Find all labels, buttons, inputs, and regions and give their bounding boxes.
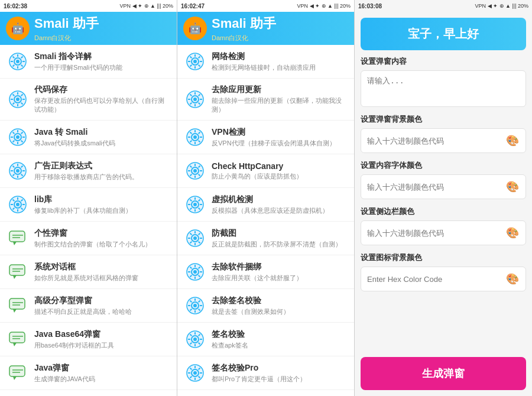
settings-section-title: 设置内容字体颜色 — [361, 160, 526, 171]
settings-section: 设置侧边栏颜色 🎨 — [361, 206, 526, 245]
menu-title: Java弹窗 — [34, 363, 95, 374]
svg-point-59 — [193, 270, 197, 274]
menu-icon — [7, 51, 28, 72]
palette-icon[interactable]: 🎨 — [505, 272, 520, 286]
menu-title: 虚拟机检测 — [212, 194, 329, 205]
menu-item[interactable]: Check HttpCanary 防止小黄鸟的（应该是防抓包） — [177, 154, 354, 188]
svg-point-50 — [193, 169, 197, 173]
menu-desc: 能去除掉一些应用的更新（仅翻译，功能我没测） — [212, 96, 347, 114]
color-input[interactable] — [367, 275, 502, 284]
menu-text: 去除应用更新 能去除掉一些应用的更新（仅翻译，功能我没测） — [212, 85, 347, 114]
menu-text: 高级分享型弹窗 描述不明白反正就是高级，哈哈哈 — [34, 296, 132, 316]
svg-rect-31 — [9, 366, 25, 376]
color-input-row: 🎨 — [361, 267, 526, 291]
menu-item[interactable]: 去除软件捆绑 去除应用关联（这个就舒服了） — [177, 255, 354, 289]
menu-item[interactable]: VPN检测 反VPN代理（挂梯子应该会闭退具体自测） — [177, 121, 354, 154]
menu-title: 系统对话框 — [34, 262, 138, 272]
menu-text: 去除软件捆绑 去除应用关联（这个就舒服了） — [212, 262, 303, 283]
time-1: 16:02:38 — [4, 3, 27, 9]
app-header-1: 🤖 Smali 助手 Damn白汉化 — [0, 12, 177, 45]
status-bar-2: 16:02:47 VPN ◀ ✦ ⊕ ▲ ||| 20% — [177, 0, 354, 12]
menu-desc: 描述不明白反正就是高级，哈哈哈 — [34, 307, 132, 316]
menu-item[interactable]: lib库 修复lib库的补丁（具体功能自测） — [0, 188, 177, 222]
avatar-2: 🤖 — [183, 17, 207, 40]
menu-icon — [184, 329, 206, 350]
palette-icon[interactable]: 🎨 — [505, 180, 520, 194]
svg-rect-19 — [9, 265, 25, 275]
settings-section: 设置弹窗背景颜色 🎨 — [361, 114, 526, 153]
svg-marker-16 — [13, 242, 17, 245]
menu-text: 防截图 反正就是防截图，防不防录屏不清楚（自测） — [212, 228, 342, 249]
svg-marker-32 — [13, 376, 17, 380]
menu-item[interactable]: 代码保存 保存更改后的代码也可以分享给别人（自行测试功能） — [0, 79, 177, 121]
menu-item[interactable]: 广告正则表达式 用于移除谷歌播放商店广告的代码。 — [0, 154, 177, 188]
menu-item[interactable]: Smali Base64弹窗 生成弹窗base64的Smali代码 — [0, 390, 177, 396]
menu-item[interactable]: 去除应用更新 能去除掉一些应用的更新（仅翻译，功能我没测） — [177, 79, 354, 121]
color-input-row: 🎨 — [361, 174, 526, 199]
menu-desc: 保存更改后的代码也可以分享给别人（自行测试功能） — [34, 96, 170, 114]
menu-item[interactable]: 16进制颜色代码表 选择完后点击即可复制代码 — [177, 390, 354, 396]
menu-text: 代码保存 保存更改后的代码也可以分享给别人（自行测试功能） — [34, 85, 170, 114]
menu-desc: 就是去签（自测效果如何） — [212, 307, 290, 316]
svg-rect-23 — [9, 298, 25, 309]
menu-desc: 防止小黄鸟的（应该是防抓包） — [212, 172, 303, 181]
menu-icon — [184, 362, 206, 384]
svg-point-56 — [193, 236, 197, 240]
svg-point-41 — [193, 60, 197, 63]
menu-desc: 将Java代码转换成smali代码 — [34, 139, 115, 148]
menu-item[interactable]: 去除签名校验 就是去签（自测效果如何） — [177, 289, 354, 323]
palette-icon[interactable]: 🎨 — [505, 226, 520, 240]
svg-marker-24 — [13, 309, 17, 313]
svg-marker-28 — [13, 343, 17, 346]
menu-desc: 反模拟器（具体意思应该还是防虚拟机） — [212, 206, 329, 215]
menu-text: 网络检测 检测到无网络链接时，自动崩溃应用 — [212, 51, 316, 72]
menu-item[interactable]: 个性弹窗 制作图文结合的弹窗（给取了个小名儿） — [0, 222, 177, 255]
menu-list-1[interactable]: Smali 指令详解 一个用于理解Smali代码的功能 代码保存 保存更改后的代… — [0, 45, 177, 396]
settings-section: 设置图标背景颜色 🎨 — [361, 252, 526, 291]
menu-item[interactable]: 签名校验 检查apk签名 — [177, 323, 354, 356]
menu-item[interactable]: 系统对话框 如你所见就是系统对话框风格的弹窗 — [0, 255, 177, 289]
menu-item[interactable]: Smali 指令详解 一个用于理解Smali代码的功能 — [0, 45, 177, 79]
status-bar-3: 16:03:08 VPN ◀ ✦ ⊕ ▲ ||| 20% — [355, 0, 532, 12]
menu-item[interactable]: Java 转 Smali 将Java代码转换成smali代码 — [0, 121, 177, 154]
content-textarea[interactable] — [367, 76, 520, 99]
svg-point-14 — [16, 203, 20, 206]
menu-item[interactable]: Java Base64弹窗 用base64制作对话框的工具 — [0, 323, 177, 356]
app-subtitle-2: Damn白汉化 — [212, 34, 276, 43]
menu-title: Check HttpCanary — [212, 161, 303, 171]
menu-desc: 用于移除谷歌播放商店广告的代码。 — [34, 173, 138, 181]
settings-section: 设置内容字体颜色 🎨 — [361, 160, 526, 199]
color-input[interactable] — [367, 183, 502, 191]
menu-text: 去除签名校验 就是去签（自测效果如何） — [212, 296, 290, 316]
color-input[interactable] — [367, 229, 502, 238]
menu-item[interactable]: 签名校验Pro 都叫Pro了肯定更牛逼（用这个） — [177, 356, 354, 390]
menu-desc: 反VPN代理（挂梯子应该会闭退具体自测） — [212, 139, 336, 148]
menu-icon — [7, 261, 28, 283]
menu-item[interactable]: Java弹窗 生成弹窗的JAVA代码 — [0, 356, 177, 390]
menu-icon — [184, 89, 206, 110]
menu-text: 签名校验 检查apk签名 — [212, 329, 248, 350]
svg-point-62 — [193, 304, 197, 307]
app-title-1: Smali 助手 — [34, 15, 99, 33]
palette-icon[interactable]: 🎨 — [505, 134, 520, 148]
color-input[interactable] — [367, 137, 502, 145]
color-input-row: 🎨 — [361, 128, 526, 153]
menu-title: Java 转 Smali — [34, 127, 115, 138]
menu-desc: 一个用于理解Smali代码的功能 — [34, 63, 122, 72]
menu-text: Smali 指令详解 一个用于理解Smali代码的功能 — [34, 51, 122, 72]
menu-text: Java Base64弹窗 用base64制作对话框的工具 — [34, 329, 114, 350]
menu-desc: 去除应用关联（这个就舒服了） — [212, 274, 303, 283]
panel-1: 16:02:38 VPN ◀ ✦ ⊕ ▲ ||| 20% 🤖 Smali 助手 … — [0, 0, 177, 396]
menu-item[interactable]: 防截图 反正就是防截图，防不防录屏不清楚（自测） — [177, 222, 354, 255]
generate-button[interactable]: 生成弹窗 — [361, 357, 526, 390]
menu-desc: 都叫Pro了肯定更牛逼（用这个） — [212, 375, 306, 384]
menu-item[interactable]: 虚拟机检测 反模拟器（具体意思应该还是防虚拟机） — [177, 188, 354, 222]
menu-text: Java弹窗 生成弹窗的JAVA代码 — [34, 363, 95, 384]
menu-text: Java 转 Smali 将Java代码转换成smali代码 — [34, 127, 115, 148]
time-3: 16:03:08 — [358, 3, 382, 9]
menu-item[interactable]: 网络检测 检测到无网络链接时，自动崩溃应用 — [177, 45, 354, 79]
menu-icon — [7, 295, 28, 316]
menu-list-2[interactable]: 网络检测 检测到无网络链接时，自动崩溃应用 去除应用更新 能去除掉一些应用的更新… — [177, 45, 354, 396]
menu-item[interactable]: 高级分享型弹窗 描述不明白反正就是高级，哈哈哈 — [0, 289, 177, 323]
menu-title: 签名校验 — [212, 329, 248, 340]
